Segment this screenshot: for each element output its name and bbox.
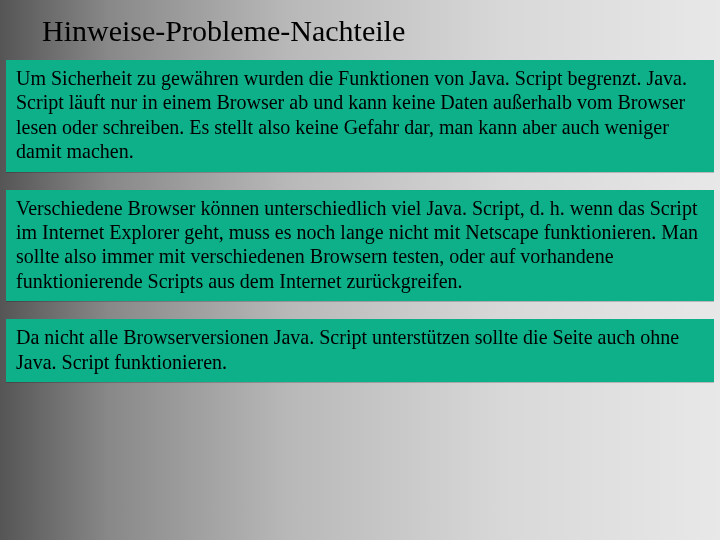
content-box-2: Verschiedene Browser können unterschiedl… <box>6 190 714 302</box>
content-box-3: Da nicht alle Browserversionen Java. Scr… <box>6 319 714 382</box>
box-text: Um Sicherheit zu gewähren wurden die Fun… <box>16 66 704 164</box>
box-text: Da nicht alle Browserversionen Java. Scr… <box>16 325 704 374</box>
slide: Hinweise-Probleme-Nachteile Um Sicherhei… <box>0 0 720 382</box>
content-box-1: Um Sicherheit zu gewähren wurden die Fun… <box>6 60 714 172</box>
box-text: Verschiedene Browser können unterschiedl… <box>16 196 704 294</box>
page-title: Hinweise-Probleme-Nachteile <box>42 14 720 48</box>
